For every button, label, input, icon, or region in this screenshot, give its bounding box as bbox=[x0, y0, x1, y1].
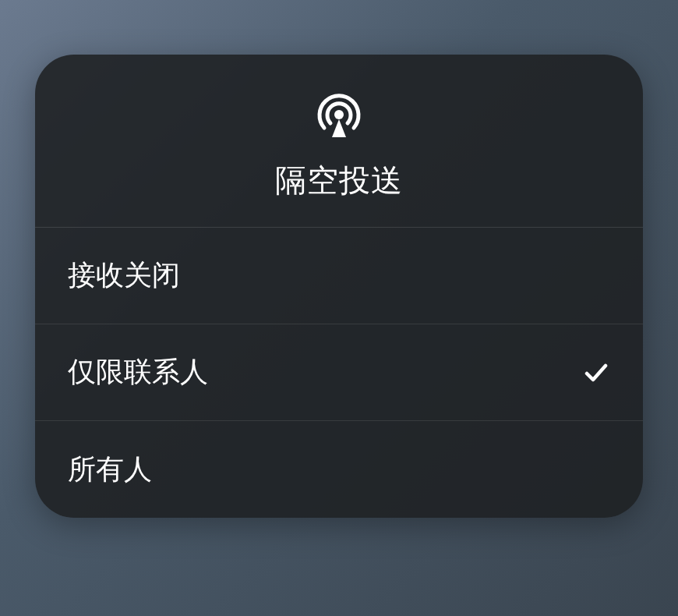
checkmark-icon bbox=[582, 359, 610, 387]
option-label: 仅限联系人 bbox=[68, 353, 208, 391]
airdrop-icon bbox=[312, 86, 366, 143]
option-contacts-only[interactable]: 仅限联系人 bbox=[35, 324, 643, 421]
panel-title: 隔空投送 bbox=[275, 159, 403, 202]
airdrop-panel: 隔空投送 接收关闭 仅限联系人 所有人 bbox=[35, 55, 643, 518]
option-everyone[interactable]: 所有人 bbox=[35, 421, 643, 518]
option-receiving-off[interactable]: 接收关闭 bbox=[35, 228, 643, 324]
options-list: 接收关闭 仅限联系人 所有人 bbox=[35, 228, 643, 518]
option-label: 所有人 bbox=[68, 451, 152, 489]
panel-header: 隔空投送 bbox=[35, 55, 643, 228]
svg-point-0 bbox=[334, 110, 344, 119]
option-label: 接收关闭 bbox=[68, 257, 180, 295]
